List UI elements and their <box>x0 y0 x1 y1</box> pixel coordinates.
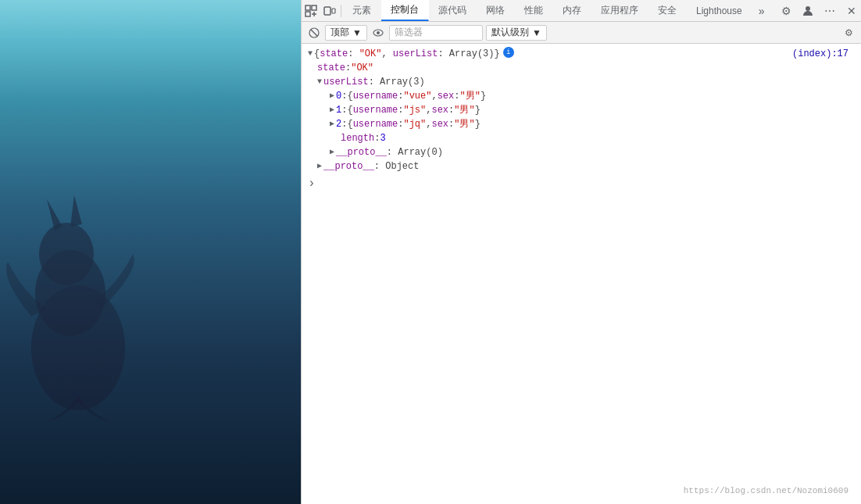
console-line-proto2: ▶ __proto__: Object <box>302 159 861 173</box>
tab-console[interactable]: 控制台 <box>381 0 429 21</box>
svg-line-12 <box>311 30 317 36</box>
console-line-item-2: ▶ 2: {username: "jq", sex: "男"} <box>302 117 861 131</box>
svg-rect-5 <box>305 5 310 10</box>
info-icon[interactable]: i <box>503 47 514 58</box>
console-line-length: length: 3 <box>302 131 861 145</box>
dragon-illustration <box>0 191 156 426</box>
tab-performance[interactable]: 性能 <box>515 0 553 21</box>
console-line-root: ▼ {state: "OK", userList: Array(3)} i <box>302 47 861 61</box>
console-line-item-1: ▶ 1: {username: "js", sex: "男"} <box>302 103 861 117</box>
svg-point-2 <box>39 223 94 285</box>
svg-point-10 <box>806 6 810 11</box>
console-settings-button[interactable]: ⚙ <box>841 25 856 41</box>
root-object-summary: {state: "OK", userList: Array(3)} <box>314 47 500 61</box>
svg-point-14 <box>377 31 380 34</box>
collapse-userlist-arrow[interactable]: ▼ <box>317 75 322 89</box>
devtools-panel: 元素 控制台 源代码 网络 性能 内存 应用程序 安全 Lighthouse » <box>301 0 861 504</box>
console-output: (index):17 ▼ {state: "OK", userList: Arr… <box>302 44 861 504</box>
tab-sources[interactable]: 源代码 <box>429 0 477 21</box>
expand-item2-arrow[interactable]: ▶ <box>330 117 334 131</box>
eye-button[interactable] <box>370 25 386 41</box>
console-line-item-0: ▶ 0: {username: "vue", sex: "男"} <box>302 89 861 103</box>
tab-application[interactable]: 应用程序 <box>591 0 648 21</box>
settings-button[interactable]: ⚙ <box>777 2 795 20</box>
expand-proto2-arrow[interactable]: ▶ <box>317 159 322 173</box>
svg-rect-7 <box>305 12 310 16</box>
expand-item0-arrow[interactable]: ▶ <box>330 89 334 103</box>
console-line-state: state: "OK" <box>302 61 861 75</box>
expand-proto1-arrow[interactable]: ▶ <box>330 145 334 159</box>
profile-button[interactable] <box>798 2 817 20</box>
expand-item1-arrow[interactable]: ▶ <box>330 103 334 117</box>
svg-rect-9 <box>332 9 335 13</box>
watermark: https://blog.csdn.net/Nozomi0609 <box>684 484 848 498</box>
tab-security[interactable]: 安全 <box>648 0 687 21</box>
prompt-symbol: › <box>308 177 316 191</box>
inspect-element-icon[interactable] <box>302 2 320 20</box>
source-link[interactable]: (index):17 <box>792 47 848 61</box>
filter-input[interactable]: 筛选器 <box>389 25 483 41</box>
toolbar-right: ⚙ ⋯ ✕ <box>777 2 861 20</box>
device-toggle-icon[interactable] <box>320 2 339 20</box>
more-tabs-button[interactable]: » <box>752 0 771 21</box>
tab-elements[interactable]: 元素 <box>343 0 381 21</box>
separator-1 <box>341 5 341 17</box>
tab-lighthouse[interactable]: Lighthouse <box>687 0 752 21</box>
svg-rect-6 <box>312 5 316 10</box>
more-options-button[interactable]: ⋯ <box>820 2 839 20</box>
collapse-root-arrow[interactable]: ▼ <box>308 47 313 61</box>
tab-memory[interactable]: 内存 <box>553 0 591 21</box>
tab-bar: 元素 控制台 源代码 网络 性能 内存 应用程序 安全 Lighthouse » <box>302 0 861 22</box>
console-toolbar: 顶部 ▼ 筛选器 默认级别 ▼ ⚙ <box>302 22 861 44</box>
left-panel <box>0 0 301 504</box>
tab-network[interactable]: 网络 <box>477 0 515 21</box>
svg-rect-8 <box>324 7 330 15</box>
svg-marker-3 <box>47 199 63 231</box>
top-dropdown[interactable]: 顶部 ▼ <box>325 25 367 41</box>
log-level-dropdown[interactable]: 默认级别 ▼ <box>486 25 547 41</box>
console-line-userlist: ▼ userList: Array(3) <box>302 75 861 89</box>
console-prompt[interactable]: › <box>302 177 861 191</box>
clear-console-button[interactable] <box>306 25 322 41</box>
close-devtools-button[interactable]: ✕ <box>842 2 861 20</box>
console-line-proto1: ▶ __proto__: Array(0) <box>302 145 861 159</box>
svg-marker-4 <box>70 195 82 227</box>
